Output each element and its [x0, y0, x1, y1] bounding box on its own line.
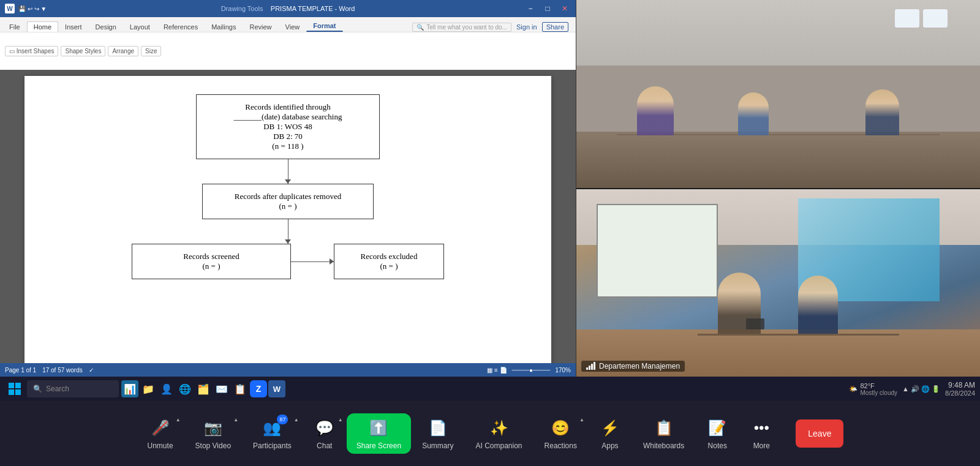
prisma-box-1[interactable]: Records identified through _______(date)… — [196, 94, 380, 159]
status-words: 17 of 57 words — [42, 367, 83, 374]
tab-view[interactable]: View — [279, 21, 307, 32]
arrow-1 — [288, 159, 288, 184]
taskbar-app-word[interactable]: W — [268, 380, 285, 397]
prisma-box-screened[interactable]: Records screened (n = ) — [132, 244, 291, 279]
status-check-icon: ✓ — [89, 367, 94, 374]
unmute-button[interactable]: 🎤 Unmute ▲ — [137, 412, 184, 455]
tab-design[interactable]: Design — [89, 21, 123, 32]
weather-temp: 82°F — [860, 382, 897, 389]
video-caret[interactable]: ▲ — [233, 417, 238, 423]
taskbar-apps: 📊 📁 👤 🌐 🗂️ ✉️ 📋 Z — [121, 380, 285, 397]
signal-icon — [586, 363, 595, 370]
tab-references[interactable]: References — [157, 21, 205, 32]
whiteboards-label: Whiteboards — [643, 442, 684, 450]
minimize-button[interactable]: − — [524, 4, 537, 13]
tab-file[interactable]: File — [2, 21, 27, 32]
word-document: Records identified through _______(date)… — [0, 70, 576, 363]
h-arrow — [291, 261, 334, 262]
ai-companion-label: AI Companion — [476, 442, 522, 450]
share-screen-icon: ⬆️ — [368, 417, 390, 439]
weather-icon: 🌤️ — [849, 385, 858, 393]
notes-button[interactable]: 📝 Notes — [695, 412, 739, 455]
taskbar-app-zoom[interactable]: Z — [250, 380, 267, 397]
svg-rect-2 — [9, 389, 14, 395]
reactions-caret[interactable]: ▲ — [579, 417, 584, 423]
status-zoom: 170% — [555, 367, 571, 374]
status-view-icons: ▦ ≡ 📄 — [487, 367, 507, 374]
clock-date: 8/28/2024 — [945, 389, 975, 397]
ribbon-search-input[interactable]: Tell me what you want to do... — [426, 24, 507, 31]
prisma-box-2[interactable]: Records after duplicates removed (n = ) — [202, 184, 374, 219]
signin-link[interactable]: Sign in — [516, 23, 537, 31]
svg-rect-1 — [15, 383, 21, 388]
notes-label: Notes — [708, 442, 727, 450]
taskbar-app-edge[interactable]: 🌐 — [176, 380, 194, 397]
microphone-icon: 🎤 — [149, 417, 172, 439]
shape-styles-button[interactable]: Shape Styles — [61, 46, 105, 56]
leave-button[interactable]: Leave — [796, 419, 843, 448]
share-button[interactable]: Share — [542, 22, 568, 32]
video-panels: Departemen Manajemen — [576, 0, 980, 377]
tab-layout[interactable]: Layout — [123, 21, 157, 32]
participants-button[interactable]: 👥 87 Participants ▲ — [242, 412, 303, 455]
apps-label: Apps — [601, 442, 618, 450]
box2-line2: (n = ) — [215, 201, 361, 211]
taskbar-app-mail[interactable]: ✉️ — [213, 380, 230, 397]
unmute-caret[interactable]: ▲ — [176, 417, 181, 423]
tab-review[interactable]: Review — [243, 21, 279, 32]
summary-button[interactable]: 📄 Summary — [411, 412, 464, 455]
tab-home[interactable]: Home — [27, 21, 58, 32]
taskbar-app-folder[interactable]: 📁 — [140, 380, 157, 397]
start-button[interactable] — [5, 379, 24, 399]
maximize-button[interactable]: □ — [541, 4, 554, 13]
reactions-button[interactable]: 😊 Reactions ▲ — [533, 412, 588, 455]
word-icon: W — [5, 4, 15, 13]
participant-name: Departemen Manajemen — [599, 362, 680, 370]
box1-line2: _______(date) database searching — [209, 112, 367, 122]
taskbar-app-files[interactable]: 🗂️ — [195, 380, 212, 397]
taskbar-app-chart[interactable]: 📊 — [121, 380, 138, 397]
arrange-button[interactable]: Arrange — [108, 46, 138, 56]
whiteboards-button[interactable]: 📋 Whiteboards — [632, 412, 695, 455]
close-button[interactable]: ✕ — [559, 4, 571, 13]
box2-line1: Records after duplicates removed — [215, 192, 361, 201]
clock-time: 9:48 AM — [945, 381, 975, 389]
ai-companion-button[interactable]: ✨ AI Companion — [465, 412, 533, 455]
tab-format[interactable]: Format — [306, 20, 342, 32]
svg-rect-3 — [15, 389, 21, 395]
word-titlebar: W 💾 ↩ ↪ ▼ Drawing Tools PRISMA TEMPLATE … — [0, 0, 576, 17]
taskbar-search-icon: 🔍 — [33, 385, 42, 393]
prisma-box-excluded[interactable]: Records excluded (n = ) — [334, 244, 444, 279]
more-button[interactable]: ••• More — [739, 412, 783, 455]
svg-rect-0 — [9, 383, 14, 388]
chat-caret[interactable]: ▲ — [338, 417, 343, 423]
windows-taskbar: 🔍 Search 📊 📁 👤 🌐 🗂️ ✉️ � — [0, 377, 980, 401]
prisma-flowchart: Records identified through _______(date)… — [49, 88, 527, 285]
tab-insert[interactable]: Insert — [58, 21, 89, 32]
prisma-row-screened: Records screened (n = ) Records excluded — [132, 244, 444, 279]
participants-caret[interactable]: ▲ — [294, 417, 299, 423]
systray-icons: ▲ 🔊 🌐 🔋 — [902, 385, 940, 393]
box1-line5: (n = 118 ) — [209, 141, 367, 151]
ribbon-search-icon: 🔍 — [417, 24, 424, 31]
taskbar-app-people[interactable]: 👤 — [158, 380, 175, 397]
share-screen-button[interactable]: ⬆️ Share Screen — [347, 413, 411, 454]
unmute-label: Unmute — [148, 442, 173, 450]
box1-line3: DB 1: WOS 48 — [209, 122, 367, 132]
size-button[interactable]: Size — [141, 46, 161, 56]
box1-line4: DB 2: 70 — [209, 132, 367, 141]
taskbar-clock: 9:48 AM 8/28/2024 — [945, 381, 975, 397]
word-statusbar: Page 1 of 1 17 of 57 words ✓ ▦ ≡ 📄 ────●… — [0, 363, 576, 377]
status-zoom-slider[interactable]: ────●──── — [512, 367, 551, 374]
whiteboards-icon: 📋 — [653, 417, 675, 439]
apps-button[interactable]: ⚡ Apps — [588, 412, 632, 455]
tab-mailings[interactable]: Mailings — [205, 21, 243, 32]
insert-shape-button[interactable]: ▭ Insert Shapes — [5, 46, 58, 56]
chat-button[interactable]: 💬 Chat ▲ — [303, 412, 347, 455]
reactions-label: Reactions — [545, 442, 577, 450]
participant-count: 87 — [277, 415, 288, 424]
taskbar-search-box[interactable]: 🔍 Search — [27, 380, 119, 397]
taskbar-app-ppt[interactable]: 📋 — [232, 380, 249, 397]
window-title: PRISMA TEMPLATE - Word — [271, 5, 355, 12]
stop-video-button[interactable]: 📷 Stop Video ▲ — [184, 412, 243, 455]
